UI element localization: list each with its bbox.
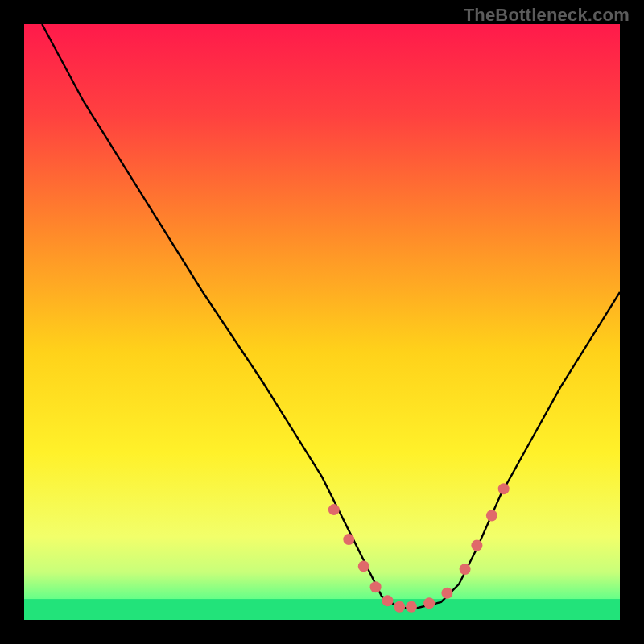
watermark-text: TheBottleneck.com <box>464 5 630 26</box>
marker-point <box>358 560 369 572</box>
marker-point <box>460 564 471 575</box>
marker-point <box>471 540 482 551</box>
marker-point <box>406 601 417 613</box>
chart-frame: TheBottleneck.com <box>0 0 644 644</box>
marker-point <box>423 597 435 609</box>
marker-point <box>343 534 354 545</box>
plot-area <box>24 24 620 620</box>
marker-point <box>498 483 510 494</box>
marker-point <box>382 595 393 606</box>
marker-point <box>441 588 452 599</box>
marker-point <box>394 601 405 613</box>
green-band <box>24 599 620 620</box>
marker-point <box>486 510 497 522</box>
chart-svg <box>24 24 620 620</box>
marker-point <box>370 581 382 592</box>
gradient-background <box>24 24 620 620</box>
marker-point <box>328 504 340 515</box>
